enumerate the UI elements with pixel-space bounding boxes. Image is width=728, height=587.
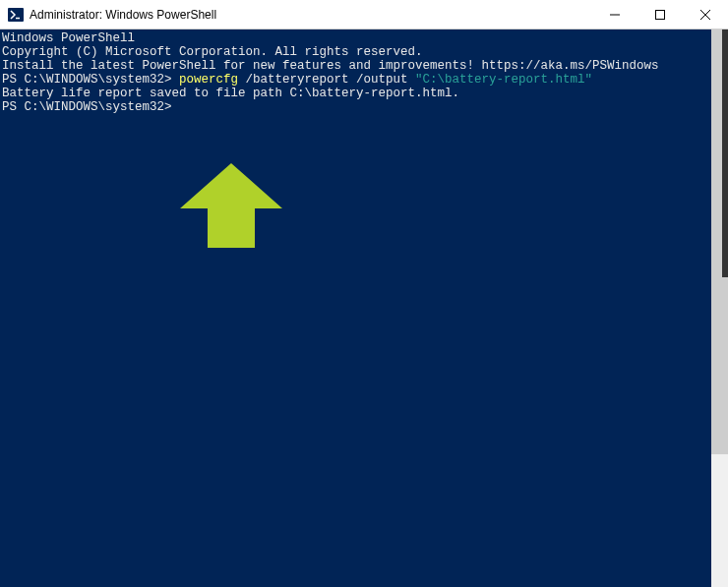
terminal-line: Install the latest PowerShell for new fe… [2,59,726,73]
command-args: /batteryreport /output [238,73,415,87]
arrow-up-annotation [128,147,290,277]
terminal-line: Windows PowerShell [2,31,726,45]
prompt-prefix: PS C:\WINDOWS\system32> [2,100,726,114]
powershell-window: Administrator: Windows PowerShell Window… [0,0,728,587]
right-edge-marker [722,29,728,277]
powershell-icon [8,7,24,23]
close-button[interactable] [683,0,728,29]
window-title: Administrator: Windows PowerShell [30,8,592,22]
prompt-prefix: PS C:\WINDOWS\system32> [2,73,179,87]
command-name: powercfg [179,73,238,87]
terminal-area[interactable]: Windows PowerShellCopyright (C) Microsof… [0,29,728,587]
window-controls [592,0,728,29]
terminal-command-line: PS C:\WINDOWS\system32> powercfg /batter… [2,73,726,87]
maximize-button[interactable] [637,0,683,29]
command-path: "C:\battery-report.html" [415,73,592,87]
terminal-line: Copyright (C) Microsoft Corporation. All… [2,45,726,59]
svg-rect-3 [656,10,665,19]
minimize-button[interactable] [592,0,637,29]
titlebar[interactable]: Administrator: Windows PowerShell [0,0,728,29]
terminal-output: Battery life report saved to file path C… [2,87,726,100]
